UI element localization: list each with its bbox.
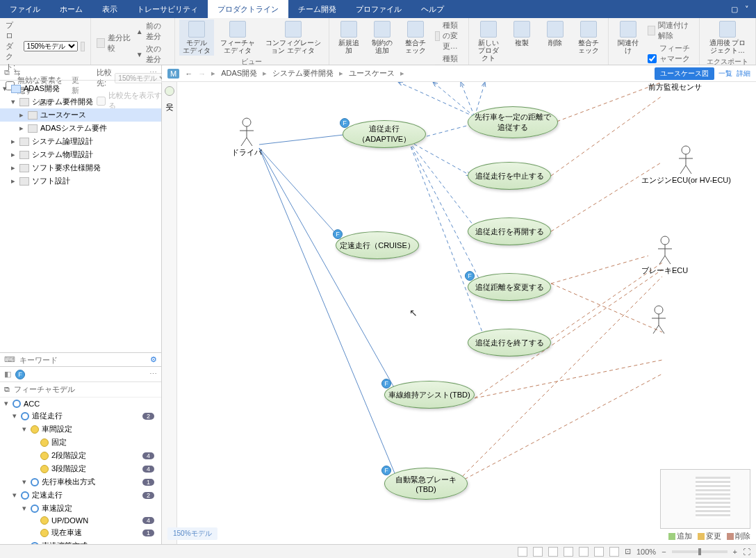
tree-item[interactable]: ソフト要求仕様開発 — [32, 163, 101, 173]
search-input[interactable] — [19, 356, 146, 364]
usecase-4[interactable]: 追従距離を変更する — [468, 273, 551, 301]
actor-brake[interactable]: ブレーキECU — [641, 235, 688, 276]
usecase-lane[interactable]: 車線維持アシスト(TBD) — [384, 381, 475, 409]
menu-productline[interactable]: プロダクトライン — [208, 0, 288, 18]
tree-root[interactable]: ADAS開発 — [24, 83, 60, 94]
search-settings-icon[interactable]: ⚙ — [150, 355, 157, 364]
feature-node[interactable]: ▾車間設定 — [0, 422, 161, 436]
feature-node[interactable]: ▾車速演算方式 — [0, 539, 161, 544]
feature-node[interactable]: 3段階設定4 — [0, 462, 161, 475]
diagram-type-badge[interactable]: ユースケース図 — [655, 67, 714, 80]
rel-del[interactable]: 関連付け解除 — [646, 19, 696, 42]
usecase-aeb[interactable]: 自動緊急ブレーキ (TBD) — [384, 468, 468, 500]
post-project-button[interactable]: 適用後 プロジェクト… — [704, 19, 751, 56]
feature-root[interactable]: ACC — [24, 400, 40, 408]
new-product-button[interactable]: 新しい プロダクト — [473, 19, 504, 63]
fullscreen-icon[interactable]: ⛶ — [743, 548, 750, 556]
crumb-item[interactable]: システム要件開発 — [272, 68, 334, 79]
check-button[interactable]: 整合チェック — [400, 19, 431, 56]
next-diff[interactable]: ▼ 次の差分 — [135, 43, 170, 65]
back-icon[interactable]: ← — [185, 69, 192, 78]
constraint-add-button[interactable]: 制約の追加 — [367, 19, 397, 56]
zoom-in-icon[interactable]: + — [733, 548, 737, 556]
f-pin: F — [333, 229, 343, 239]
statusbar: ⊡ 100% − + ⛶ — [0, 544, 756, 558]
tree-icon[interactable]: ⧉ — [4, 68, 10, 77]
refresh-icon[interactable] — [81, 42, 85, 51]
list-link[interactable]: 一覧 — [718, 69, 732, 79]
usecase-adaptive[interactable]: 追従走行（ADAPTIVE） — [343, 120, 426, 148]
feature-node[interactable]: UP/DOWN4 — [0, 515, 161, 526]
crumb-item[interactable]: ADAS開発 — [221, 68, 257, 79]
sb-icon[interactable] — [533, 547, 543, 557]
tree-item[interactable]: ソフト設計 — [32, 176, 70, 186]
menu-team[interactable]: チーム開発 — [288, 0, 346, 18]
prev-diff[interactable]: ▲ 前の差分 — [135, 20, 170, 42]
chevron-down-icon[interactable]: ˅ — [745, 5, 749, 14]
sb-icon[interactable] — [594, 547, 604, 557]
feature-menu-icon[interactable]: ⋯ — [149, 370, 157, 379]
sb-icon[interactable] — [518, 547, 527, 557]
feature-node[interactable]: 現在車速1 — [0, 526, 161, 539]
feature-node[interactable]: ▾先行車検出方式1 — [0, 475, 161, 489]
diagram-canvas[interactable]: 웃 — [162, 82, 756, 544]
menu-help[interactable]: ヘルプ — [411, 0, 454, 18]
tree-item-selected[interactable]: ユースケース — [40, 110, 86, 120]
actor-sensor[interactable]: 前方監視センサ — [648, 82, 702, 92]
window-icon[interactable]: ▢ — [731, 5, 738, 14]
palette-usecase-icon[interactable] — [165, 86, 174, 96]
diff-compare[interactable]: 差分比較 — [108, 33, 132, 54]
tree-item[interactable]: システム要件開発 — [32, 97, 93, 107]
tree-item[interactable]: システム物理設計 — [32, 149, 93, 160]
sb-icon[interactable] — [548, 547, 558, 557]
relate-button[interactable]: 関連付け — [613, 19, 643, 56]
menu-trace[interactable]: トレーサビリティ — [127, 0, 208, 18]
feature-node[interactable]: 固定 — [0, 436, 161, 449]
crumb-item[interactable]: ユースケース — [349, 68, 395, 79]
feature-editor-button[interactable]: フィーチャ エディタ — [217, 19, 259, 56]
check2-button[interactable]: 整合チェック — [573, 19, 604, 56]
new-add-button[interactable]: 新規追加 — [334, 19, 364, 56]
tree-item[interactable]: システム論理設計 — [32, 136, 93, 147]
detail-link[interactable]: 詳細 — [737, 69, 750, 79]
tree-item[interactable]: ADASシステム要件 — [40, 123, 107, 133]
feature-tree[interactable]: ▾ACC ▾追従走行2▾車間設定固定2段階設定43段階設定4▾先行車検出方式1▾… — [0, 397, 161, 544]
sb-icon[interactable] — [609, 547, 619, 557]
model-editor-button[interactable]: モデル エディタ — [179, 19, 214, 56]
usecase-1[interactable]: 先行車を一定の距離で追従する — [468, 106, 558, 138]
palette-actor-icon[interactable]: 웃 — [165, 101, 174, 113]
sb-icon[interactable] — [564, 547, 573, 557]
actor-driver[interactable]: ドライバ — [231, 117, 262, 158]
zoom-slider[interactable] — [672, 550, 728, 553]
link-icon[interactable]: ⇆ — [14, 68, 20, 77]
search-mode-icon[interactable]: ⌨ — [4, 355, 15, 364]
usecase-3[interactable]: 追従走行を再開する — [468, 218, 551, 245]
usecase-cruise[interactable]: 定速走行（CRUISE） — [336, 231, 419, 259]
sb-icon[interactable] — [579, 547, 589, 557]
zoom-out-icon[interactable]: − — [662, 548, 666, 556]
project-tree[interactable]: ▾ADAS開発 ▾システム要件開発 ▸ユースケース ▸ADASシステム要件 ▸シ… — [0, 81, 161, 206]
usecase-5[interactable]: 追従走行を終了する — [468, 329, 551, 356]
menu-profile[interactable]: プロファイル — [346, 0, 411, 18]
menu-view[interactable]: 表示 — [92, 0, 127, 18]
menu-file[interactable]: ファイル — [0, 0, 50, 18]
canvas-area: M ← → ▸ADAS開発 ▸システム要件開発 ▸ユースケース ▸ ユースケース… — [162, 65, 756, 544]
config-editor-button[interactable]: コンフィグレーション エディタ — [262, 19, 324, 56]
actor-extra[interactable] — [648, 304, 669, 335]
zoom-fit-icon[interactable]: ⊡ — [625, 547, 631, 556]
type-change[interactable]: 種類の変更… — [434, 19, 464, 52]
feature-node[interactable]: 2段階設定4 — [0, 449, 161, 462]
feature-icon[interactable]: ◧ — [4, 370, 11, 379]
fwd-icon[interactable]: → — [198, 69, 206, 78]
feature-node[interactable]: ▾定速走行2 — [0, 489, 161, 502]
usecase-2[interactable]: 追従走行を中止する — [468, 162, 551, 190]
menu-home[interactable]: ホーム — [50, 0, 92, 18]
delete-button[interactable]: 削除 — [540, 19, 570, 48]
duplicate-button[interactable]: 複製 — [507, 19, 537, 48]
compare-select[interactable]: 150%モデル — [115, 73, 169, 83]
minimap[interactable] — [660, 469, 750, 529]
product-select[interactable]: 150%モデル — [24, 41, 78, 51]
feature-node[interactable]: ▾車速設定 — [0, 502, 161, 515]
feature-node[interactable]: ▾追従走行2 — [0, 409, 161, 422]
actor-engine[interactable]: エンジンECU(or HV-ECU) — [641, 145, 731, 186]
